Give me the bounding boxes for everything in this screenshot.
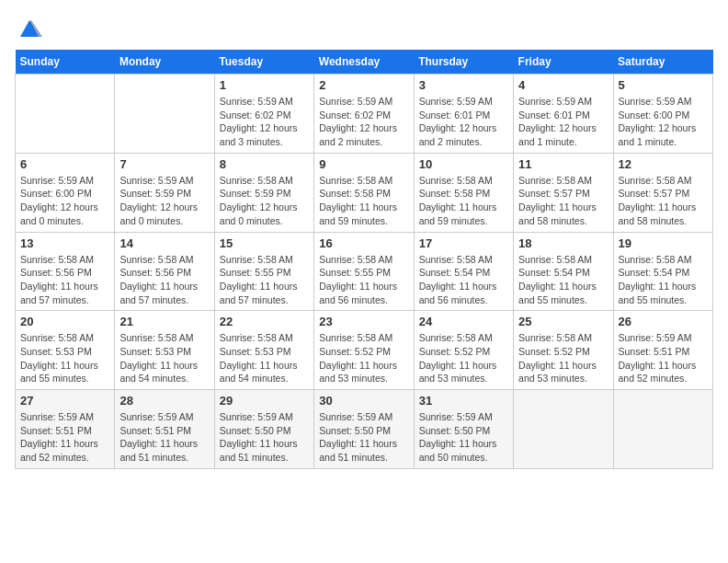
day-number: 18 [518,236,608,250]
calendar-cell: 6Sunrise: 5:59 AM Sunset: 6:00 PM Daylig… [16,153,115,232]
calendar-cell [16,75,115,154]
column-header-saturday: Saturday [613,50,712,75]
day-number: 10 [419,157,508,171]
day-info: Sunrise: 5:58 AM Sunset: 5:57 PM Dayligh… [619,174,708,228]
calendar-cell: 17Sunrise: 5:58 AM Sunset: 5:54 PM Dayli… [414,232,513,311]
column-header-wednesday: Wednesday [314,50,414,75]
day-number: 22 [220,315,309,328]
day-number: 4 [518,78,608,92]
calendar-week-4: 27Sunrise: 5:59 AM Sunset: 5:51 PM Dayli… [16,390,713,469]
calendar-cell: 27Sunrise: 5:59 AM Sunset: 5:51 PM Dayli… [16,390,115,469]
calendar-cell: 18Sunrise: 5:58 AM Sunset: 5:54 PM Dayli… [514,232,613,311]
day-info: Sunrise: 5:59 AM Sunset: 6:02 PM Dayligh… [220,95,309,149]
logo [15,15,42,40]
day-number: 28 [119,394,209,408]
day-info: Sunrise: 5:58 AM Sunset: 5:54 PM Dayligh… [518,253,608,307]
calendar-week-0: 1Sunrise: 5:59 AM Sunset: 6:02 PM Daylig… [16,75,713,154]
day-info: Sunrise: 5:59 AM Sunset: 6:01 PM Dayligh… [419,95,508,149]
calendar-cell: 1Sunrise: 5:59 AM Sunset: 6:02 PM Daylig… [214,75,313,154]
column-header-sunday: Sunday [16,50,115,75]
day-number: 8 [220,157,309,171]
calendar-header-row: SundayMondayTuesdayWednesdayThursdayFrid… [16,50,713,75]
day-info: Sunrise: 5:58 AM Sunset: 5:56 PM Dayligh… [20,253,109,307]
day-number: 3 [419,78,508,92]
day-info: Sunrise: 5:58 AM Sunset: 5:58 PM Dayligh… [419,174,508,228]
day-info: Sunrise: 5:59 AM Sunset: 5:51 PM Dayligh… [619,331,708,385]
day-info: Sunrise: 5:59 AM Sunset: 5:50 PM Dayligh… [319,410,408,465]
day-number: 19 [619,236,708,250]
day-info: Sunrise: 5:59 AM Sunset: 6:02 PM Dayligh… [319,95,408,149]
calendar-cell: 25Sunrise: 5:58 AM Sunset: 5:52 PM Dayli… [514,311,613,390]
calendar-cell: 30Sunrise: 5:59 AM Sunset: 5:50 PM Dayli… [314,390,414,469]
day-info: Sunrise: 5:59 AM Sunset: 6:00 PM Dayligh… [20,174,109,228]
calendar-table: SundayMondayTuesdayWednesdayThursdayFrid… [15,50,713,469]
day-number: 21 [119,315,209,328]
day-number: 2 [319,78,408,92]
calendar-cell [115,75,214,154]
day-number: 5 [619,78,708,92]
day-number: 9 [319,157,408,171]
calendar-week-1: 6Sunrise: 5:59 AM Sunset: 6:00 PM Daylig… [16,153,713,232]
calendar-cell: 2Sunrise: 5:59 AM Sunset: 6:02 PM Daylig… [314,75,414,154]
calendar-cell: 19Sunrise: 5:58 AM Sunset: 5:54 PM Dayli… [613,232,712,311]
calendar-cell [613,390,712,469]
calendar-cell: 22Sunrise: 5:58 AM Sunset: 5:53 PM Dayli… [214,311,313,390]
calendar-cell: 28Sunrise: 5:59 AM Sunset: 5:51 PM Dayli… [115,390,214,469]
calendar-body: 1Sunrise: 5:59 AM Sunset: 6:02 PM Daylig… [16,75,713,469]
day-info: Sunrise: 5:58 AM Sunset: 5:52 PM Dayligh… [518,331,608,385]
day-info: Sunrise: 5:59 AM Sunset: 5:50 PM Dayligh… [220,410,309,465]
day-info: Sunrise: 5:59 AM Sunset: 5:51 PM Dayligh… [119,410,209,465]
calendar-cell: 23Sunrise: 5:58 AM Sunset: 5:52 PM Dayli… [314,311,414,390]
calendar-cell: 10Sunrise: 5:58 AM Sunset: 5:58 PM Dayli… [414,153,513,232]
day-number: 15 [220,236,309,250]
calendar-cell: 20Sunrise: 5:58 AM Sunset: 5:53 PM Dayli… [16,311,115,390]
day-number: 30 [319,394,408,408]
calendar-cell: 5Sunrise: 5:59 AM Sunset: 6:00 PM Daylig… [613,75,712,154]
calendar-cell: 21Sunrise: 5:58 AM Sunset: 5:53 PM Dayli… [115,311,214,390]
calendar-cell: 8Sunrise: 5:58 AM Sunset: 5:59 PM Daylig… [214,153,313,232]
day-info: Sunrise: 5:59 AM Sunset: 6:01 PM Dayligh… [518,95,608,149]
day-number: 12 [619,157,708,171]
day-info: Sunrise: 5:59 AM Sunset: 5:51 PM Dayligh… [20,410,109,465]
day-number: 6 [20,157,109,171]
day-info: Sunrise: 5:59 AM Sunset: 5:59 PM Dayligh… [119,174,209,228]
day-info: Sunrise: 5:58 AM Sunset: 5:52 PM Dayligh… [319,331,408,385]
day-info: Sunrise: 5:58 AM Sunset: 5:53 PM Dayligh… [20,331,109,385]
day-number: 11 [518,157,608,171]
calendar-cell: 7Sunrise: 5:59 AM Sunset: 5:59 PM Daylig… [115,153,214,232]
column-header-thursday: Thursday [414,50,513,75]
day-number: 27 [20,394,109,408]
column-header-friday: Friday [514,50,613,75]
day-number: 14 [119,236,209,250]
day-number: 24 [419,315,508,328]
day-number: 17 [419,236,508,250]
day-info: Sunrise: 5:58 AM Sunset: 5:54 PM Dayligh… [619,253,708,307]
page-header [15,15,713,40]
day-info: Sunrise: 5:58 AM Sunset: 5:55 PM Dayligh… [319,253,408,307]
calendar-cell: 9Sunrise: 5:58 AM Sunset: 5:58 PM Daylig… [314,153,414,232]
day-number: 23 [319,315,408,328]
calendar-cell: 13Sunrise: 5:58 AM Sunset: 5:56 PM Dayli… [16,232,115,311]
calendar-cell: 12Sunrise: 5:58 AM Sunset: 5:57 PM Dayli… [613,153,712,232]
calendar-week-3: 20Sunrise: 5:58 AM Sunset: 5:53 PM Dayli… [16,311,713,390]
logo-icon [17,15,42,40]
calendar-cell: 31Sunrise: 5:59 AM Sunset: 5:50 PM Dayli… [414,390,513,469]
calendar-week-2: 13Sunrise: 5:58 AM Sunset: 5:56 PM Dayli… [16,232,713,311]
day-info: Sunrise: 5:59 AM Sunset: 6:00 PM Dayligh… [619,95,708,149]
calendar-cell: 24Sunrise: 5:58 AM Sunset: 5:52 PM Dayli… [414,311,513,390]
calendar-cell: 11Sunrise: 5:58 AM Sunset: 5:57 PM Dayli… [514,153,613,232]
calendar-cell: 26Sunrise: 5:59 AM Sunset: 5:51 PM Dayli… [613,311,712,390]
day-info: Sunrise: 5:58 AM Sunset: 5:57 PM Dayligh… [518,174,608,228]
day-info: Sunrise: 5:58 AM Sunset: 5:58 PM Dayligh… [319,174,408,228]
day-info: Sunrise: 5:58 AM Sunset: 5:53 PM Dayligh… [119,331,209,385]
day-number: 16 [319,236,408,250]
calendar-cell: 29Sunrise: 5:59 AM Sunset: 5:50 PM Dayli… [214,390,313,469]
day-number: 25 [518,315,608,328]
day-number: 1 [220,78,309,92]
calendar-cell: 4Sunrise: 5:59 AM Sunset: 6:01 PM Daylig… [514,75,613,154]
day-info: Sunrise: 5:59 AM Sunset: 5:50 PM Dayligh… [419,410,508,465]
calendar-cell: 3Sunrise: 5:59 AM Sunset: 6:01 PM Daylig… [414,75,513,154]
calendar-cell: 15Sunrise: 5:58 AM Sunset: 5:55 PM Dayli… [214,232,313,311]
day-number: 20 [20,315,109,328]
day-number: 31 [419,394,508,408]
